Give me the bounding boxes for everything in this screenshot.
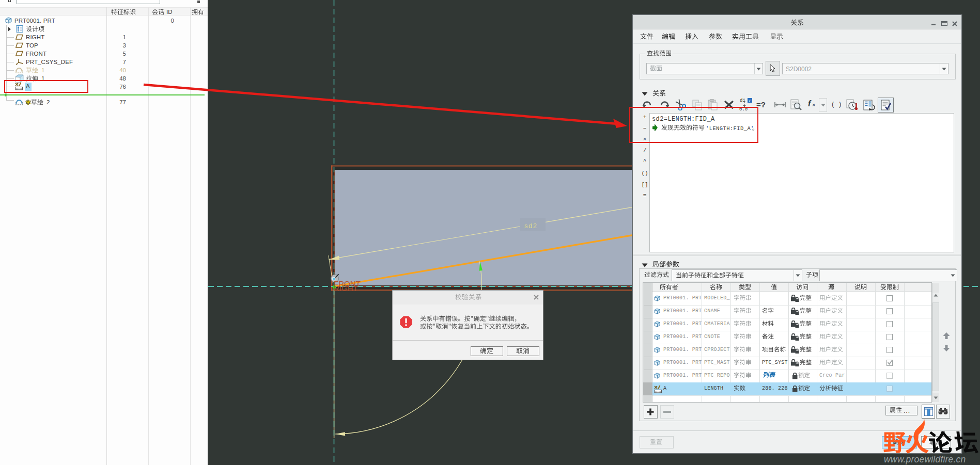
svg-text:RIGHT: RIGHT (334, 284, 358, 293)
svg-text:sd2: sd2 (524, 222, 537, 230)
